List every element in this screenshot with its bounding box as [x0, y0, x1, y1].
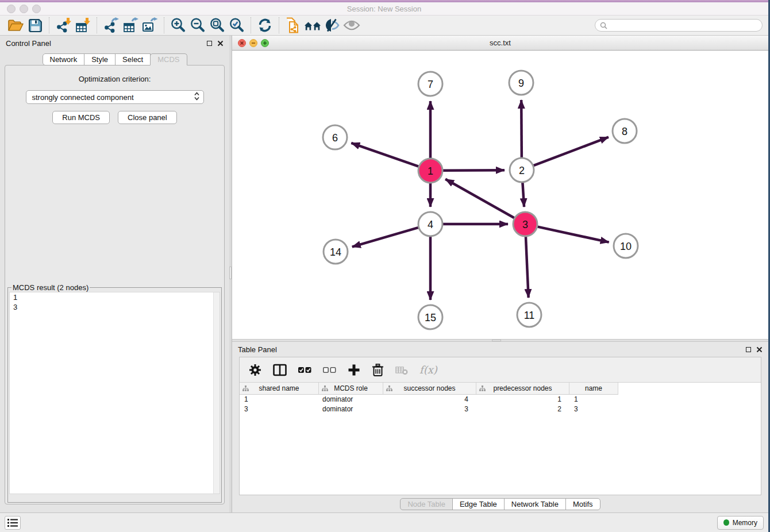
- task-history-button[interactable]: [5, 516, 21, 530]
- function-builder-icon[interactable]: f(x): [419, 364, 437, 376]
- main-toolbar: [0, 16, 768, 36]
- refresh-icon[interactable]: [255, 17, 275, 34]
- export-network-icon[interactable]: [101, 17, 121, 34]
- column-header-shared-name[interactable]: shared name: [240, 383, 319, 394]
- column-type-icon: [242, 385, 249, 391]
- zoom-out-icon[interactable]: [188, 17, 207, 34]
- table-header-row: shared name MCDS role successor nodes pr…: [240, 383, 618, 395]
- save-session-icon[interactable]: [25, 17, 45, 34]
- graph-node-7[interactable]: 7: [418, 72, 442, 96]
- svg-text:6: 6: [332, 132, 338, 144]
- zoom-in-icon[interactable]: [168, 17, 188, 34]
- graph-edge-3-10[interactable]: [537, 227, 609, 242]
- graph-edge-2-8[interactable]: [534, 137, 609, 166]
- close-table-panel-icon[interactable]: [756, 346, 763, 353]
- table-panel: Table Panel f(x): [232, 342, 768, 512]
- tab-network[interactable]: Network: [43, 53, 85, 65]
- graph-node-15[interactable]: 15: [418, 305, 442, 329]
- mcds-result-title: MCDS result (2 nodes): [11, 283, 90, 292]
- close-panel-button[interactable]: Close panel: [118, 111, 177, 124]
- table-panel-title: Table Panel: [238, 345, 277, 354]
- mcds-panel: Optimization criterion: strongly connect…: [5, 65, 225, 504]
- import-network-icon[interactable]: [53, 17, 73, 34]
- export-image-icon[interactable]: [140, 17, 160, 34]
- close-window-icon[interactable]: [7, 5, 16, 13]
- column-header-successor-nodes[interactable]: successor nodes: [383, 383, 476, 394]
- graph-edge-2-3[interactable]: [522, 183, 524, 207]
- toggle-graphics-details-icon[interactable]: [322, 17, 342, 34]
- tab-select[interactable]: Select: [115, 53, 151, 65]
- control-panel: Control Panel Network Style Select MCDS …: [0, 36, 229, 512]
- graph-edge-3-11[interactable]: [526, 237, 529, 298]
- memory-button[interactable]: Memory: [717, 516, 764, 530]
- column-header-predecessor-nodes[interactable]: predecessor nodes: [476, 383, 569, 394]
- graph-edge-2-9[interactable]: [521, 100, 522, 157]
- svg-text:15: 15: [425, 312, 436, 323]
- float-table-panel-icon[interactable]: [746, 347, 751, 352]
- maximize-window-icon[interactable]: [32, 5, 41, 13]
- graph-edge-1-2[interactable]: [443, 170, 505, 171]
- graph-edge-1-6[interactable]: [351, 143, 418, 167]
- minimize-window-icon[interactable]: [20, 5, 28, 13]
- search-input[interactable]: [610, 21, 757, 29]
- delete-table-icon[interactable]: [395, 365, 408, 375]
- run-mcds-button[interactable]: Run MCDS: [52, 111, 110, 124]
- new-network-from-selection-icon[interactable]: [283, 17, 303, 34]
- cell-name: 3: [569, 404, 618, 414]
- tab-network-table[interactable]: Network Table: [504, 498, 566, 510]
- search-icon: [600, 22, 607, 29]
- close-network-icon[interactable]: [238, 39, 246, 47]
- search-box[interactable]: [595, 19, 763, 32]
- graph-node-10[interactable]: 10: [614, 234, 638, 258]
- float-panel-icon[interactable]: [207, 41, 212, 46]
- graph-node-6[interactable]: 6: [323, 125, 347, 149]
- control-panel-title: Control Panel: [6, 39, 51, 48]
- export-table-icon[interactable]: [121, 17, 140, 34]
- network-canvas[interactable]: 7968124314101511: [232, 51, 768, 339]
- horizontal-splitter[interactable]: [232, 339, 768, 342]
- close-panel-icon[interactable]: [217, 40, 224, 47]
- svg-text:2: 2: [519, 165, 525, 176]
- show-hide-eye-icon[interactable]: [342, 17, 361, 34]
- column-header-mcds-role[interactable]: MCDS role: [319, 383, 383, 394]
- table-settings-icon[interactable]: [249, 364, 261, 376]
- tab-mcds[interactable]: MCDS: [150, 53, 187, 65]
- import-table-icon[interactable]: [73, 17, 93, 34]
- tab-node-table[interactable]: Node Table: [400, 498, 453, 510]
- mcds-result-list[interactable]: 1 3: [9, 292, 220, 494]
- apply-preferred-layout-icon[interactable]: [303, 17, 322, 34]
- tab-style[interactable]: Style: [84, 53, 116, 65]
- graph-edge-4-14[interactable]: [352, 228, 418, 246]
- tab-edge-table[interactable]: Edge Table: [452, 498, 505, 510]
- zoom-fit-icon[interactable]: [207, 17, 227, 34]
- column-header-name[interactable]: name: [569, 383, 618, 394]
- graph-node-14[interactable]: 14: [324, 240, 348, 264]
- graph-node-8[interactable]: 8: [613, 119, 637, 143]
- vertical-splitter[interactable]: [229, 36, 232, 512]
- network-window-titlebar[interactable]: scc.txt: [232, 36, 768, 51]
- svg-text:7: 7: [428, 79, 433, 90]
- graph-node-9[interactable]: 9: [509, 71, 533, 95]
- table-row[interactable]: 1 dominator 4 1 1: [240, 395, 761, 404]
- minimize-network-icon[interactable]: [249, 39, 257, 47]
- graph-node-3[interactable]: 3: [513, 212, 537, 236]
- graph-node-2[interactable]: 2: [510, 158, 534, 182]
- column-visibility-icon[interactable]: [273, 364, 287, 376]
- select-all-rows-icon[interactable]: [298, 365, 311, 375]
- window-controls: [7, 5, 41, 13]
- graph-edge-3-1[interactable]: [445, 179, 514, 218]
- criterion-select[interactable]: strongly connected component: [26, 90, 204, 104]
- graph-node-11[interactable]: 11: [517, 303, 541, 327]
- add-column-icon[interactable]: [348, 364, 360, 376]
- result-scrollbar[interactable]: [213, 292, 220, 494]
- zoom-selected-icon[interactable]: [227, 17, 247, 34]
- zoom-network-icon[interactable]: [261, 39, 269, 47]
- open-session-icon[interactable]: [6, 17, 25, 34]
- delete-column-icon[interactable]: [372, 363, 384, 377]
- table-row[interactable]: 3 dominator 3 2 3: [240, 404, 761, 414]
- graph-node-1[interactable]: 1: [418, 159, 442, 183]
- tab-motifs[interactable]: Motifs: [565, 498, 600, 510]
- cell-shared-name: 1: [240, 395, 319, 404]
- deselect-all-rows-icon[interactable]: [323, 365, 336, 375]
- graph-node-4[interactable]: 4: [418, 212, 442, 236]
